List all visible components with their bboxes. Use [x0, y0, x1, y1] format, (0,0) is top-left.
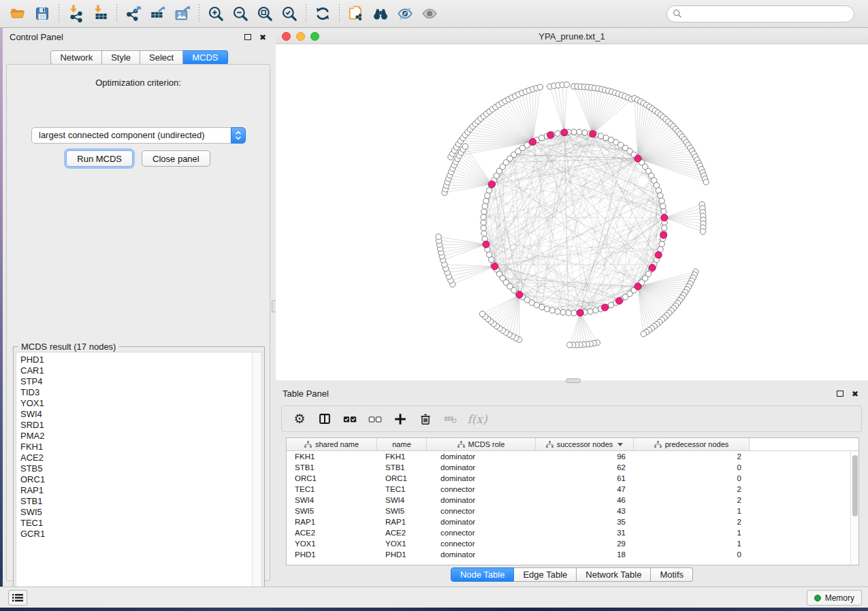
sitemap-icon — [654, 441, 662, 448]
close-icon: ✖ — [852, 390, 858, 398]
table-row[interactable]: ORC1ORC1dominator610 — [287, 473, 850, 484]
mcds-result-item[interactable]: PHD1 — [20, 354, 252, 365]
table-row[interactable]: YOX1YOX1connector291 — [287, 538, 850, 549]
table-cell: STB1 — [377, 462, 427, 473]
table-row[interactable]: TEC1TEC1connector472 — [287, 484, 850, 495]
tab-motifs[interactable]: Motifs — [651, 567, 693, 582]
close-panel-button[interactable]: ✖ — [257, 32, 269, 43]
mcds-result-item[interactable]: STP4 — [20, 376, 252, 387]
new-network-from-selection-button[interactable] — [344, 2, 368, 25]
table-row[interactable]: ACE2ACE2connector311 — [287, 527, 850, 538]
float-table-panel-button[interactable] — [834, 389, 846, 399]
export-image-button[interactable] — [170, 2, 195, 25]
close-table-panel-button[interactable]: ✖ — [849, 389, 861, 399]
table-options-button[interactable]: ⚙ — [290, 410, 309, 429]
delete-table-icon — [443, 412, 459, 427]
show-columns-button[interactable] — [315, 410, 334, 429]
fit-content-button[interactable] — [253, 2, 277, 25]
table-cell: YOX1 — [377, 538, 427, 549]
unselect-all-columns-button[interactable] — [366, 410, 385, 429]
mcds-result-item[interactable]: STB5 — [20, 463, 252, 474]
table-cell: connector — [427, 484, 536, 495]
mcds-result-item[interactable]: TEC1 — [20, 518, 252, 529]
table-row[interactable]: FKH1FKH1dominator962 — [287, 451, 850, 462]
table-cell: 1 — [634, 527, 750, 538]
show-all-button[interactable] — [417, 2, 442, 25]
table-row[interactable]: SWI4SWI4dominator462 — [287, 495, 850, 506]
mcds-result-item[interactable]: FKH1 — [20, 442, 252, 452]
run-mcds-button[interactable]: Run MCDS — [66, 150, 133, 167]
save-session-button[interactable] — [30, 2, 54, 25]
mcds-result-item[interactable]: SWI5 — [20, 507, 252, 518]
tab-edge-table[interactable]: Edge Table — [514, 567, 577, 582]
table-cell: STB1 — [287, 462, 377, 473]
toolbar-separator — [59, 4, 59, 23]
column-header-successor-nodes[interactable]: successor nodes — [536, 438, 634, 450]
column-header-MCDS-role[interactable]: MCDS role — [427, 438, 536, 450]
frame-minimize-button[interactable] — [296, 32, 305, 41]
import-table-button[interactable] — [88, 2, 112, 25]
criterion-select[interactable]: largest connected component (undirected) — [31, 127, 246, 144]
mcds-result-item[interactable]: GCR1 — [20, 529, 252, 540]
mcds-result-item[interactable]: PMA2 — [20, 431, 252, 442]
import-network-button[interactable] — [63, 2, 88, 25]
task-history-button[interactable] — [8, 590, 27, 606]
search-icon — [673, 9, 682, 18]
horizontal-splitter-handle[interactable] — [566, 378, 581, 383]
mcds-result-item[interactable]: SRD1 — [20, 420, 252, 431]
column-header-shared-name[interactable]: shared name — [287, 438, 377, 450]
create-column-button[interactable] — [391, 410, 410, 429]
mcds-result-item[interactable]: SWI4 — [20, 409, 252, 420]
table-row[interactable]: STB1STB1dominator620 — [287, 462, 850, 473]
search-input[interactable] — [666, 5, 854, 22]
open-session-button[interactable] — [5, 2, 30, 25]
table-row[interactable]: SWI5SWI5connector431 — [287, 506, 850, 516]
zoom-selected-button[interactable] — [277, 2, 302, 25]
tab-mcds[interactable]: MCDS — [183, 50, 227, 65]
select-all-columns-button[interactable] — [340, 410, 359, 429]
tab-select[interactable]: Select — [140, 50, 183, 65]
table-scrollbar[interactable] — [850, 451, 858, 565]
table-panel-title: Table Panel — [283, 389, 831, 399]
zoom-out-button[interactable] — [228, 2, 253, 25]
table-row[interactable]: RAP1RAP1dominator352 — [287, 516, 850, 527]
tab-style[interactable]: Style — [102, 50, 140, 65]
memory-button[interactable]: Memory — [807, 590, 862, 606]
mcds-result-item[interactable]: TID3 — [20, 387, 252, 398]
network-canvas[interactable] — [276, 44, 868, 380]
column-header-predecessor-nodes[interactable]: predecessor nodes — [634, 438, 750, 450]
import-table-icon — [91, 5, 109, 22]
hide-selected-button[interactable] — [393, 2, 417, 25]
delete-columns-button[interactable] — [416, 410, 435, 429]
frame-close-button[interactable] — [282, 32, 291, 41]
float-panel-button[interactable] — [242, 32, 254, 43]
close-mcds-panel-button[interactable]: Close panel — [142, 150, 210, 167]
zoom-selected-icon — [280, 5, 298, 22]
find-button[interactable] — [368, 2, 393, 25]
table-scrollbar-thumb[interactable] — [852, 455, 858, 516]
mcds-list-scrollbar[interactable] — [252, 352, 261, 595]
memory-status-icon — [814, 595, 821, 601]
zoom-in-button[interactable] — [204, 2, 228, 25]
table-cell: FKH1 — [377, 451, 427, 462]
mcds-result-item[interactable]: CAR1 — [20, 365, 252, 376]
network-frame-titlebar[interactable]: YPA_prune.txt_1 — [276, 29, 868, 44]
table-cell: 2 — [634, 451, 750, 462]
column-header-name[interactable]: name — [377, 438, 427, 450]
mcds-result-item[interactable]: ORC1 — [20, 474, 252, 485]
tab-network[interactable]: Network — [50, 50, 102, 65]
export-table-button[interactable] — [146, 2, 170, 25]
table-row[interactable]: PHD1PHD1dominator180 — [287, 549, 850, 560]
frame-maximize-button[interactable] — [310, 32, 319, 41]
mcds-result-item[interactable]: ACE2 — [20, 452, 252, 463]
refresh-button[interactable] — [310, 2, 335, 25]
import-network-icon — [67, 5, 84, 22]
criterion-select-stepper[interactable] — [231, 127, 246, 144]
zoom-out-icon — [231, 5, 249, 22]
mcds-result-item[interactable]: STB1 — [20, 496, 252, 507]
mcds-result-item[interactable]: RAP1 — [20, 485, 252, 496]
export-network-button[interactable] — [121, 2, 146, 25]
tab-node-table[interactable]: Node Table — [451, 567, 515, 582]
tab-network-table[interactable]: Network Table — [577, 567, 651, 582]
mcds-result-item[interactable]: YOX1 — [20, 398, 252, 409]
